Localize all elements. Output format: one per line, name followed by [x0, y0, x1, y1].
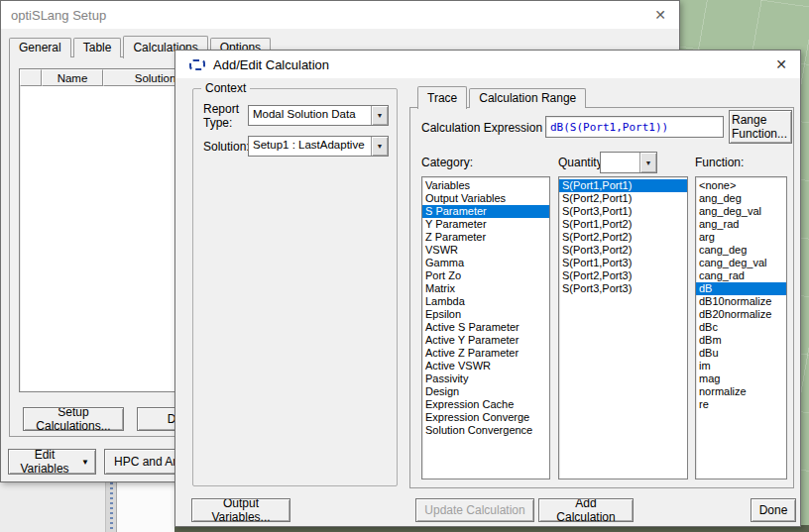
- list-item[interactable]: ang_rad: [696, 218, 786, 231]
- setup-calculations-button[interactable]: Setup Calculations...: [23, 407, 124, 431]
- list-item[interactable]: Output Variables: [422, 192, 549, 205]
- list-item[interactable]: dB20normalize: [696, 308, 786, 321]
- list-item[interactable]: Epsilon: [422, 308, 549, 321]
- optislang-title: optiSLang Setup: [11, 8, 106, 23]
- list-item[interactable]: arg: [696, 231, 786, 244]
- add-calculation-button[interactable]: Add Calculation: [538, 498, 634, 522]
- report-type-combobox[interactable]: Modal Solution Data ▼: [248, 105, 389, 126]
- list-item[interactable]: dBc: [696, 321, 786, 334]
- list-item[interactable]: normalize: [696, 385, 786, 398]
- list-item[interactable]: Port Zo: [422, 269, 549, 282]
- list-item[interactable]: S(Port1,Port2): [559, 218, 687, 231]
- list-item[interactable]: S(Port3,Port1): [559, 205, 687, 218]
- category-label: Category:: [421, 156, 473, 169]
- close-icon[interactable]: ✕: [772, 55, 790, 73]
- list-item[interactable]: Matrix: [422, 282, 549, 295]
- list-item[interactable]: S(Port2,Port2): [559, 231, 687, 244]
- update-calculation-button: Update Calculation: [415, 498, 534, 522]
- function-label: Function:: [695, 156, 744, 169]
- list-item[interactable]: S Parameter: [422, 205, 549, 218]
- output-variables-button[interactable]: Output Variables...: [191, 498, 290, 522]
- list-item[interactable]: S(Port2,Port1): [559, 192, 687, 205]
- app-background-panel: [0, 482, 174, 532]
- close-icon[interactable]: ✕: [651, 6, 669, 24]
- list-item[interactable]: re: [696, 398, 786, 411]
- list-item[interactable]: S(Port3,Port2): [559, 244, 687, 257]
- report-type-value: Modal Solution Data: [249, 106, 371, 125]
- list-item[interactable]: cang_deg_val: [696, 257, 786, 269]
- list-item[interactable]: S(Port3,Port3): [559, 282, 687, 295]
- edit-variables-label: Edit Variables: [15, 449, 74, 475]
- list-item[interactable]: Variables: [422, 179, 549, 192]
- tab-trace[interactable]: Trace: [417, 86, 467, 109]
- list-item[interactable]: Y Parameter: [422, 218, 549, 231]
- dropdown-arrow-icon[interactable]: ▼: [371, 106, 388, 125]
- column-header-name[interactable]: Name: [42, 69, 103, 86]
- context-group-label: Context: [201, 81, 250, 95]
- range-function-label: Range Function...: [732, 113, 789, 141]
- list-item[interactable]: Active VSWR: [422, 360, 549, 372]
- splitter-dots-icon: [110, 482, 113, 532]
- quantity-label: Quantity:: [558, 156, 606, 169]
- dialog-app-icon: [189, 59, 205, 70]
- optislang-titlebar[interactable]: optiSLang Setup ✕: [1, 1, 679, 29]
- tab-general[interactable]: General: [9, 38, 71, 57]
- list-item[interactable]: Design: [422, 385, 549, 398]
- list-item[interactable]: cang_deg: [696, 244, 786, 257]
- tab-calculation-range[interactable]: Calculation Range: [469, 88, 586, 108]
- solution-label: Solution:: [203, 140, 250, 154]
- column-header-blank[interactable]: [20, 69, 42, 86]
- calc-dialog-titlebar[interactable]: Add/Edit Calculation ✕: [175, 51, 800, 78]
- dropdown-arrow-icon: ▼: [81, 458, 89, 467]
- range-function-button[interactable]: Range Function...: [729, 110, 792, 144]
- solution-value: Setup1 : LastAdaptive: [249, 137, 371, 156]
- list-item[interactable]: Expression Converge: [422, 411, 549, 424]
- list-item[interactable]: cang_rad: [696, 269, 786, 282]
- done-button[interactable]: Done: [751, 498, 796, 522]
- dropdown-arrow-icon[interactable]: ▼: [639, 153, 656, 172]
- list-item[interactable]: Expression Cache: [422, 398, 549, 411]
- list-item[interactable]: im: [696, 360, 786, 372]
- tab-table[interactable]: Table: [73, 38, 122, 57]
- list-item[interactable]: S(Port1,Port3): [559, 257, 687, 269]
- context-groupbox: Context Report Type: Modal Solution Data…: [192, 88, 398, 486]
- list-item[interactable]: Lambda: [422, 295, 549, 308]
- list-item[interactable]: Solution Convergence: [422, 424, 549, 437]
- function-listbox[interactable]: <none>ang_degang_deg_valang_radargcang_d…: [695, 176, 787, 479]
- list-item[interactable]: dB: [696, 282, 786, 295]
- list-item[interactable]: Active S Parameter: [422, 321, 549, 334]
- list-item[interactable]: dBu: [696, 347, 786, 360]
- edit-variables-button[interactable]: Edit Variables ▼: [8, 449, 96, 475]
- dropdown-arrow-icon[interactable]: ▼: [371, 137, 388, 156]
- solution-combobox[interactable]: Setup1 : LastAdaptive ▼: [248, 136, 389, 157]
- list-item[interactable]: Passivity: [422, 372, 549, 385]
- list-item[interactable]: Active Y Parameter: [422, 334, 549, 347]
- pane-splitter-handle[interactable]: [105, 482, 117, 532]
- list-item[interactable]: <none>: [696, 179, 786, 192]
- list-item[interactable]: mag: [696, 372, 786, 385]
- category-listbox[interactable]: VariablesOutput VariablesS ParameterY Pa…: [421, 176, 550, 479]
- list-item[interactable]: ang_deg_val: [696, 205, 786, 218]
- calc-dialog-title: Add/Edit Calculation: [213, 57, 329, 72]
- list-item[interactable]: dB10normalize: [696, 295, 786, 308]
- quantity-listbox[interactable]: S(Port1,Port1)S(Port2,Port1)S(Port3,Port…: [558, 176, 688, 479]
- list-item[interactable]: S(Port2,Port3): [559, 269, 687, 282]
- list-item[interactable]: S(Port1,Port1): [559, 179, 687, 192]
- list-item[interactable]: Gamma: [422, 257, 549, 269]
- quantity-filter-combobox[interactable]: ▼: [600, 152, 657, 173]
- add-edit-calculation-dialog: Add/Edit Calculation ✕ Context Report Ty…: [174, 50, 801, 527]
- report-type-label: Report Type:: [203, 102, 251, 130]
- list-item[interactable]: ang_deg: [696, 192, 786, 205]
- list-item[interactable]: Z Parameter: [422, 231, 549, 244]
- app-white-pane: [117, 482, 174, 532]
- list-item[interactable]: dBm: [696, 334, 786, 347]
- list-item[interactable]: VSWR: [422, 244, 549, 257]
- calculation-expression-label: Calculation Expression :: [421, 121, 549, 135]
- calculation-expression-input[interactable]: dB(S(Port1,Port1)): [545, 116, 724, 138]
- list-item[interactable]: Active Z Parameter: [422, 347, 549, 360]
- quantity-filter-value: [601, 153, 639, 172]
